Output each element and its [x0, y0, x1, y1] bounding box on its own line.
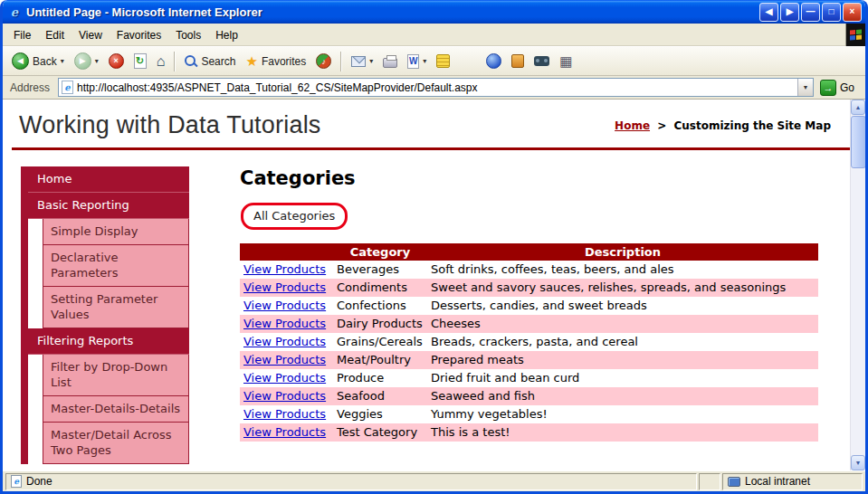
view-products-link[interactable]: View Products — [243, 335, 326, 348]
sidebar-item[interactable]: Master-Details-Details — [43, 396, 189, 423]
mail-button[interactable]: ▾ — [348, 54, 377, 69]
edit-dropdown-icon: ▾ — [423, 57, 426, 65]
view-products-link[interactable]: View Products — [243, 389, 326, 403]
category-cell: Seafood — [333, 387, 427, 405]
menu-item[interactable]: Tools — [168, 25, 208, 45]
forward-button[interactable]: ▶ ▾ — [71, 51, 102, 71]
favorites-label: Favorites — [262, 55, 306, 68]
view-products-link[interactable]: View Products — [243, 353, 326, 366]
print-icon — [383, 58, 397, 68]
find-button[interactable] — [530, 54, 553, 68]
page-body: Home Basic Reporting Simple Display Decl… — [3, 150, 865, 470]
media-button[interactable]: ♪ — [312, 52, 335, 71]
sidebar-item[interactable]: Simple Display — [43, 219, 189, 245]
messenger-icon — [486, 53, 501, 69]
category-cell: Meat/Poultry — [333, 351, 427, 369]
view-products-link[interactable]: View Products — [243, 262, 326, 276]
security-zone-text: Local intranet — [745, 475, 810, 488]
scroll-up-button[interactable]: ▲ — [851, 100, 865, 115]
status-page-icon: e — [11, 475, 22, 488]
view-products-link[interactable]: View Products — [243, 407, 326, 421]
search-label: Search — [201, 55, 235, 68]
window-controls: ◀ ▶ — □ × — [759, 3, 862, 22]
category-cell: Condiments — [333, 279, 427, 297]
maximize-button[interactable]: □ — [822, 3, 841, 22]
scroll-down-button[interactable]: ▼ — [851, 455, 865, 470]
discuss-button[interactable] — [433, 52, 453, 70]
view-products-link[interactable]: View Products — [243, 317, 326, 330]
view-products-link[interactable]: View Products — [243, 280, 326, 294]
status-panel: e Done — [5, 473, 697, 490]
go-arrow-icon: → — [820, 80, 836, 96]
status-bar: e Done Local intranet — [3, 470, 865, 491]
quick-launch-button[interactable]: ▦ — [556, 52, 576, 70]
go-button[interactable]: → Go — [818, 80, 862, 96]
sidebar-item[interactable]: Declarative Parameters — [43, 245, 189, 287]
menu-item[interactable]: Edit — [38, 25, 72, 45]
page-icon: e — [62, 81, 73, 94]
research-button[interactable] — [508, 52, 528, 70]
windows-logo-icon — [845, 24, 865, 46]
window-forward-button[interactable]: ▶ — [780, 3, 799, 22]
favorites-button[interactable]: ★ Favorites — [242, 52, 310, 71]
view-products-link[interactable]: View Products — [243, 299, 326, 312]
table-header-cell: Category — [333, 243, 427, 261]
sidebar-item[interactable]: Filter by Drop-Down List — [43, 355, 189, 396]
close-button[interactable]: × — [843, 3, 862, 22]
sidebar-item-label: Basic Reporting — [37, 198, 129, 212]
category-cell: Beverages — [333, 261, 427, 279]
toolbar-separator — [340, 52, 342, 71]
sidebar-item-label: Master-Details-Details — [51, 402, 180, 415]
forward-dropdown-icon: ▾ — [95, 57, 99, 65]
all-categories-highlight: All Categories — [241, 203, 348, 230]
minimize-button[interactable]: — — [801, 3, 820, 22]
view-products-link[interactable]: View Products — [243, 425, 326, 439]
sidebar-item[interactable]: Home — [28, 166, 189, 193]
sidebar-item[interactable]: Master/Detail Across Two Pages — [43, 423, 189, 464]
address-bar: Address e http://localhost:4935/ASPNET_D… — [3, 76, 865, 100]
title-bar[interactable]: e Untitled Page - Microsoft Internet Exp… — [3, 0, 865, 24]
address-dropdown-button[interactable]: ▼ — [797, 79, 813, 96]
sidebar-item[interactable]: Basic Reporting — [28, 193, 189, 219]
address-input[interactable]: e http://localhost:4935/ASPNET_Data_Tuto… — [58, 78, 814, 97]
sidebar-item-label: Filter by Drop-Down List — [51, 360, 167, 389]
table-row: View Products Seafood Seaweed and fish — [240, 387, 818, 405]
print-button[interactable] — [379, 52, 401, 70]
back-button[interactable]: ◀ Back ▾ — [8, 51, 68, 71]
page-title: Working with Data Tutorials — [19, 111, 321, 139]
menu-bar: File Edit View Favorites Tools Help — [3, 24, 865, 46]
sidebar-item[interactable]: Setting Parameter Values — [43, 287, 189, 328]
home-icon: ⌂ — [157, 53, 166, 70]
home-button[interactable]: ⌂ — [153, 52, 169, 71]
address-url-text: http://localhost:4935/ASPNET_Data_Tutori… — [77, 81, 794, 94]
table-row: View Products Dairy Products Cheeses — [240, 315, 818, 333]
favorites-star-icon: ★ — [245, 53, 257, 70]
scrollbar-thumb[interactable] — [851, 116, 865, 168]
go-label: Go — [840, 81, 854, 94]
view-products-link[interactable]: View Products — [243, 371, 326, 385]
browser-viewport: Working with Data Tutorials Home > Custo… — [3, 100, 865, 470]
scrollbar-track[interactable] — [851, 115, 865, 455]
messenger-button[interactable] — [482, 52, 505, 71]
description-cell: Soft drinks, coffees, teas, beers, and a… — [427, 261, 818, 279]
menu-item[interactable]: View — [72, 25, 110, 45]
stop-button[interactable]: × — [105, 52, 128, 71]
window-back-button[interactable]: ◀ — [759, 3, 778, 22]
description-cell: Sweet and savory sauces, relishes, sprea… — [427, 279, 818, 297]
refresh-button[interactable]: ↻ — [130, 52, 150, 71]
stop-icon: × — [109, 53, 124, 69]
vertical-scrollbar[interactable]: ▲ ▼ — [850, 100, 865, 470]
edit-button[interactable]: W ▾ — [404, 52, 430, 71]
toolbar-separator — [174, 52, 176, 71]
security-zone-panel: Local intranet — [722, 473, 863, 490]
breadcrumb-home-link[interactable]: Home — [615, 119, 650, 132]
menu-item[interactable]: Help — [208, 25, 245, 45]
table-row: View Products Confections Desserts, cand… — [240, 297, 818, 315]
category-cell: Test Category — [333, 423, 427, 442]
all-categories-label: All Categories — [253, 209, 335, 223]
search-button[interactable]: Search — [181, 53, 239, 70]
menu-item[interactable]: File — [6, 25, 38, 45]
sidebar-item[interactable]: Filtering Reports — [28, 328, 189, 355]
discuss-icon — [436, 54, 450, 68]
menu-item[interactable]: Favorites — [110, 25, 168, 45]
